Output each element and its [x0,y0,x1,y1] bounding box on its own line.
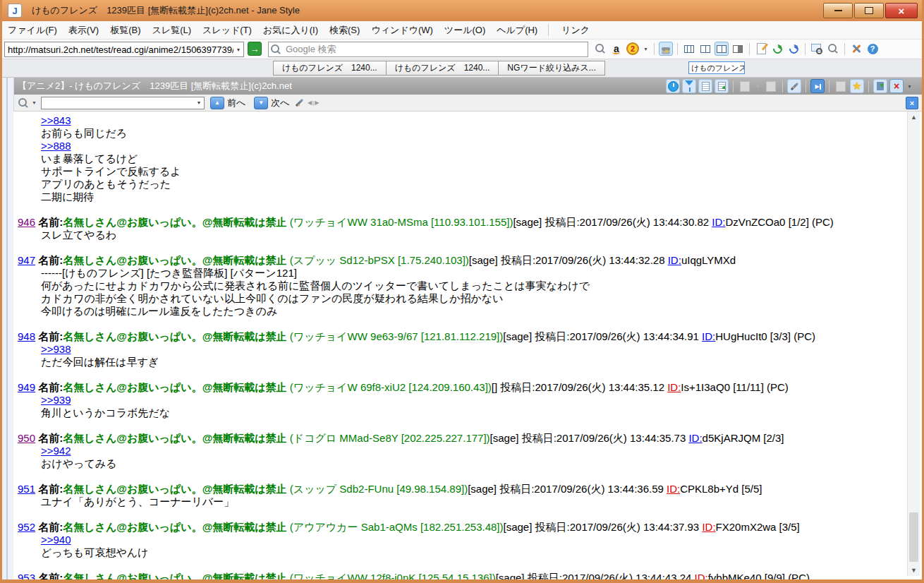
google-search-input[interactable]: Google 検索 [268,42,588,57]
vertical-scrollbar[interactable]: ▲ ▼ [907,112,920,576]
post-id-link[interactable]: ID: [688,432,702,444]
search-window-icon[interactable] [810,42,824,56]
tools-icon[interactable] [849,42,863,56]
find-prev-label[interactable]: 前へ [227,97,245,109]
menu-thread[interactable]: スレッド(T) [197,24,257,37]
doc-reload-icon[interactable] [715,79,729,93]
dropdown-icon[interactable] [642,42,650,56]
left-pane-splitter[interactable] [2,78,14,579]
find-prev-button[interactable]: ▲ [210,97,224,109]
post-number-link[interactable]: 947 [18,254,35,266]
menu-tools[interactable]: ツール(O) [439,24,491,37]
reply-anchor-link[interactable]: >>940 [41,534,71,546]
post-mail: [sage] [468,483,497,495]
reply-anchor-link[interactable]: >>888 [41,140,71,152]
menu-view[interactable]: 表示(V) [63,24,104,37]
post-number-link[interactable]: 953 [18,572,35,579]
2ch-badge-icon[interactable] [626,42,640,56]
help-icon[interactable] [865,42,880,56]
post-number-link[interactable]: 948 [18,330,35,342]
post: 947 名前:名無しさん@お腹いっぱい。@無断転載は禁止 (スプッッ Sd12-… [13,254,912,318]
search-icon[interactable] [593,42,607,56]
post-id-link[interactable]: ID: [702,521,715,533]
tab-ng-word[interactable]: NGワード絞り込みス... [498,61,604,76]
post-header: 951 名前:名無しさん@お腹いっぱい。@無断転載は禁止 (スッップ Sdb2-… [18,483,912,495]
scroll-down-icon[interactable]: ▼ [908,565,920,576]
maximize-button[interactable] [854,3,884,18]
chevron-down-icon[interactable] [30,96,38,110]
reply-anchor-link[interactable]: >>942 [41,445,71,457]
write-post-icon[interactable] [754,42,768,56]
post-id-link[interactable]: ID: [712,216,725,228]
post-body-line: 今叩けるのは明確にルール違反をしたたつきのみ [18,305,912,318]
menu-search[interactable]: 検索(S) [324,24,365,37]
post-id-link[interactable]: ID: [667,381,681,393]
dropdown-dim-icon[interactable] [754,79,762,93]
menu-file[interactable]: ファイル(F) [2,24,63,37]
splitter-icon[interactable] [307,96,321,110]
reply-anchor-link[interactable]: >>939 [41,394,71,406]
go-button[interactable]: → [248,42,262,56]
post-number-link[interactable]: 949 [18,381,35,393]
board-link-icon[interactable] [659,42,673,56]
find-close-button[interactable]: × [906,97,918,109]
post: 951 名前:名無しさん@お腹いっぱい。@無断転載は禁止 (スッップ Sdb2-… [13,483,912,508]
post-id-link[interactable]: ID: [667,483,680,495]
dropdown-icon[interactable] [906,79,913,93]
post-id-link[interactable]: ID: [695,572,708,579]
pane-2col-icon[interactable] [698,42,712,56]
menu-favorites[interactable]: お気に入り(I) [257,24,324,37]
close-button[interactable]: × [885,3,918,18]
close-thread-icon[interactable] [889,79,904,93]
find-next-label[interactable]: 次へ [271,97,289,109]
filter-icon[interactable] [682,79,696,93]
post-id-link[interactable]: ID: [702,330,715,342]
post-id-link[interactable]: ID: [668,254,681,266]
search-icon[interactable] [826,42,840,56]
post-number-link[interactable]: 950 [18,432,35,444]
favorite-star-icon[interactable] [850,79,864,93]
find-next-button[interactable]: ▼ [254,97,268,109]
menu-help[interactable]: ヘルプ(H) [491,24,543,37]
scrollbar-thumb[interactable] [909,512,918,562]
post-trip: (ワッチョイWW 12f8-j0nK [125.54.15.136]) [290,572,496,579]
thread-view: >>843お前らも同じだろ>>888いま暴落してるけどサポートラインで反転するよ… [13,112,912,579]
clock-icon[interactable] [666,79,680,93]
menu-thread-list[interactable]: スレ覧(L) [147,24,197,37]
goto-end-icon[interactable] [810,79,825,93]
menu-board-list[interactable]: 板覧(B) [104,24,146,37]
tab-filter-box[interactable]: けものフレンズ 1239... [688,61,745,74]
minimize-button[interactable] [823,3,853,18]
post-number-link[interactable]: 951 [18,483,35,495]
toolbar-icon-row: a [593,41,880,56]
doc-icon[interactable] [698,79,712,93]
post-number-link[interactable]: 946 [18,216,35,228]
chevron-down-icon[interactable]: ▼ [194,100,204,105]
pane-3col-icon[interactable] [682,42,696,56]
reply-anchor-link[interactable]: >>938 [41,343,71,355]
reload-all-icon[interactable] [786,42,801,56]
address-combobox[interactable]: http://matsuri.2ch.net/test/read.cgi/ani… [4,42,244,57]
trash-icon[interactable] [873,79,887,93]
post-number-link[interactable]: 952 [18,521,35,533]
post-body-line: >>843 [18,114,912,127]
menu-links[interactable]: リンク [556,24,595,37]
pane-2col-selected-icon[interactable] [715,42,729,56]
pen-icon[interactable] [787,79,801,93]
reload-icon[interactable] [770,42,784,56]
pane-single-icon[interactable] [731,42,745,56]
post-name: 名無しさん@お腹いっぱい。@無断転載は禁止 [63,381,286,393]
search-icon[interactable] [16,96,30,110]
extract-pen-icon[interactable] [293,96,307,110]
post-name: 名無しさん@お腹いっぱい。@無断転載は禁止 [63,483,286,495]
menu-window[interactable]: ウィンドウ(W) [365,24,438,37]
post-body-line: 角川というかコラボ先だな [18,407,912,419]
tab-thread-2[interactable]: けものフレンズ 1240... [386,61,499,76]
reply-anchor-link[interactable]: >>843 [41,114,71,126]
tab-thread-1[interactable]: けものフレンズ 1240... [273,61,387,76]
post-header: 953 名前:名無しさん@お腹いっぱい。@無断転載は禁止 (ワッチョイWW 12… [18,572,912,579]
amazon-icon[interactable]: a [609,42,624,56]
chevron-down-icon[interactable]: ▼ [233,47,243,52]
scroll-up-icon[interactable]: ▲ [908,112,920,123]
find-input[interactable]: ▼ [41,97,205,109]
